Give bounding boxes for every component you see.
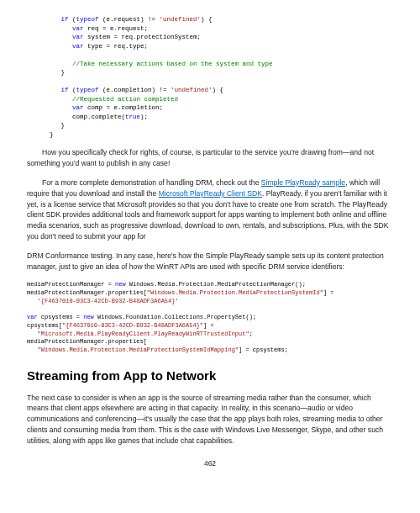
paragraph-3: DRM Conformance testing. In any case, he… [27,251,393,272]
paragraph-1: How you specifically check for rights, o… [27,147,393,169]
paragraph-4: The next case to consider is when an app… [27,393,393,447]
heading-streaming: Streaming from App to Network [27,367,393,386]
link-playready-sdk[interactable]: Microsoft PlayReady Client SDK [159,189,262,198]
code-block-1: if (typeof (e.request) != 'undefined') {… [27,15,393,139]
paragraph-2: For a more complete demonstration of han… [27,177,393,242]
page-number: 462 [27,458,393,469]
code-block-2: mediaProtectionManager = new Windows.Med… [27,281,393,355]
link-playready-sample[interactable]: Simple PlayReady sample [261,178,345,187]
